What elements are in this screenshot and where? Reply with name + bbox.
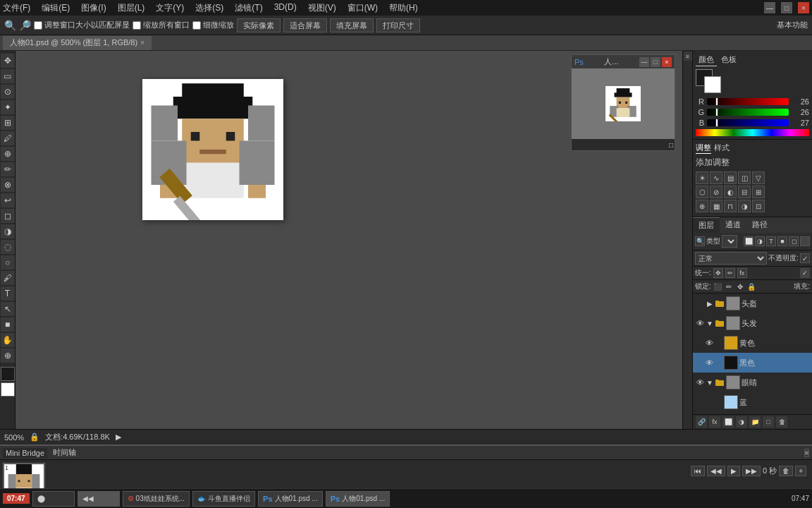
layer-adj-icon[interactable]: ◑ <box>736 416 747 428</box>
b-slider[interactable] <box>707 119 789 126</box>
background-color[interactable] <box>704 76 721 93</box>
filter-smart-icon[interactable]: ◻ <box>789 236 799 246</box>
layer-visibility-eyes[interactable]: 👁 <box>695 377 705 387</box>
stamp-tool[interactable]: ⊗ <box>1 178 15 192</box>
eyedropper-tool[interactable]: 🖊 <box>1 131 15 145</box>
tab-close-icon[interactable]: × <box>140 39 144 47</box>
layer-link-icon[interactable]: 🔗 <box>696 416 707 428</box>
filter-search-icon[interactable]: 🔍 <box>695 236 705 246</box>
tab-swatches[interactable]: 色板 <box>718 54 739 66</box>
play-button[interactable]: ▶ <box>727 466 740 476</box>
layer-visibility-blue[interactable] <box>704 397 714 407</box>
navigator-maximize[interactable]: □ <box>651 57 660 67</box>
zoom-all-checkbox[interactable]: 缩放所有窗口 <box>133 20 190 30</box>
menu-file[interactable]: 文件(F) <box>3 2 30 14</box>
magic-wand-tool[interactable]: ✦ <box>1 100 15 114</box>
go-to-prev-frame-button[interactable]: ◀◀ <box>707 466 725 476</box>
foreground-color-swatch[interactable] <box>1 367 15 381</box>
fit-screen-button[interactable]: 适合屏幕 <box>283 18 327 32</box>
layer-item-eyes[interactable]: 👁 ▼ 眼睛 <box>693 373 812 392</box>
unify-brush-icon[interactable]: ✏ <box>725 268 735 278</box>
filter-toggle-switch[interactable] <box>800 236 810 246</box>
photofilter-adj-icon[interactable]: ⊟ <box>738 186 751 198</box>
tab-mini-bridge[interactable]: Mini Bridge <box>3 448 47 458</box>
menu-window[interactable]: 窗口(W) <box>347 2 378 14</box>
minimize-button[interactable]: — <box>764 2 775 13</box>
document-tab[interactable]: 人物01.psd @ 500% (图层 1, RGB/8) × <box>3 36 152 50</box>
taskbar-app-fishlive[interactable]: 🐟 斗鱼直播伴侣 <box>192 491 255 507</box>
menu-edit[interactable]: 编辑(E) <box>42 2 70 14</box>
background-color-swatch[interactable] <box>1 382 15 397</box>
panel-toggle-icon[interactable]: ≡ <box>684 52 692 61</box>
taskbar-app-ps1[interactable]: Ps 人物01.psd ... <box>258 491 323 507</box>
filter-pixel-icon[interactable]: ⬜ <box>744 236 753 246</box>
unify-toggle[interactable]: ✓ <box>800 268 810 278</box>
unify-fx-icon[interactable]: fx <box>737 268 747 278</box>
zoom-tool[interactable]: ⊕ <box>1 349 15 363</box>
r-slider[interactable] <box>707 98 789 105</box>
brightness-adj-icon[interactable]: ☀ <box>696 171 708 184</box>
exposure-adj-icon[interactable]: ◫ <box>738 171 751 184</box>
tab-styles[interactable]: 样式 <box>714 143 730 154</box>
crop-tool[interactable]: ⊞ <box>1 116 15 130</box>
text-tool[interactable]: T <box>1 286 15 301</box>
layer-item-hair[interactable]: 👁 ▼ 头发 <box>693 313 812 333</box>
move-tool[interactable]: ✥ <box>1 54 15 68</box>
menu-view[interactable]: 视图(V) <box>308 2 336 14</box>
layer-visibility-black[interactable]: 👁 <box>704 358 714 368</box>
filter-type-select[interactable] <box>722 235 737 248</box>
bw-adj-icon[interactable]: ◐ <box>724 186 737 198</box>
gradientmap-adj-icon[interactable]: ◑ <box>738 200 751 212</box>
menu-layer[interactable]: 图层(L) <box>118 2 145 14</box>
menu-3d[interactable]: 3D(D) <box>274 2 297 14</box>
layer-visibility-helmet[interactable] <box>695 298 705 308</box>
go-to-first-frame-button[interactable]: ⏮ <box>691 466 705 476</box>
menu-filter[interactable]: 滤镜(T) <box>235 2 262 14</box>
layer-folder-icon[interactable]: 📁 <box>749 416 761 428</box>
taskbar-app-paper-doll[interactable]: ⚙ 03纸娃娃系统... <box>123 491 190 507</box>
layer-item-black[interactable]: 👁 黑色 <box>693 353 812 373</box>
menu-help[interactable]: 帮助(H) <box>389 2 418 14</box>
search-icon[interactable]: 🔍 <box>4 20 16 31</box>
layer-visibility-yellow[interactable]: 👁 <box>704 338 714 348</box>
layer-fx-icon[interactable]: fx <box>709 416 720 428</box>
layer-expand-eyes[interactable]: ▼ <box>706 377 713 387</box>
shape-tool[interactable]: ■ <box>1 318 15 332</box>
posterize-adj-icon[interactable]: ▦ <box>710 200 722 212</box>
selective-adj-icon[interactable]: ⊡ <box>752 200 765 212</box>
filter-type-icon[interactable]: T <box>766 236 776 246</box>
hand-tool[interactable]: ✋ <box>1 333 15 347</box>
filter-shape-icon[interactable]: ■ <box>777 236 787 246</box>
vibrance-adj-icon[interactable]: ▽ <box>752 171 765 184</box>
tab-paths[interactable]: 路径 <box>746 217 773 233</box>
lock-all-icon[interactable]: 🔒 <box>746 282 756 291</box>
scrubby-zoom-checkbox[interactable]: 细微缩放 <box>192 20 234 30</box>
tab-layers[interactable]: 图层 <box>693 217 720 233</box>
heal-tool[interactable]: ⊕ <box>1 147 15 161</box>
close-button[interactable]: × <box>798 2 809 13</box>
levels-adj-icon[interactable]: ▤ <box>724 171 737 184</box>
tab-adjustments[interactable]: 调整 <box>696 143 711 154</box>
layer-item-helmet[interactable]: ▶ 头盔 <box>693 294 812 313</box>
opacity-checkmark[interactable]: ✓ <box>800 253 810 263</box>
dodge-tool[interactable]: ○ <box>1 255 15 270</box>
print-size-button[interactable]: 打印尺寸 <box>376 18 420 32</box>
navigator-close[interactable]: × <box>662 57 672 67</box>
invert-adj-icon[interactable]: ⊕ <box>696 200 708 212</box>
tab-color[interactable]: 颜色 <box>696 54 717 66</box>
actual-pixels-button[interactable]: 实际像素 <box>237 18 281 32</box>
tab-timeline[interactable]: 时间轴 <box>50 447 79 459</box>
eraser-tool[interactable]: ◻ <box>1 209 15 223</box>
taskbar-app-divider[interactable]: ⬤ <box>32 491 75 507</box>
delete-frame-button[interactable]: 🗑 <box>779 466 793 476</box>
lasso-tool[interactable]: ⊙ <box>1 85 15 99</box>
menu-select[interactable]: 选择(S) <box>195 2 223 14</box>
lock-checkerboard-icon[interactable]: ⬛ <box>713 282 722 291</box>
new-frame-button[interactable]: + <box>795 466 806 476</box>
taskbar-prev-button[interactable]: ◀◀ <box>78 491 120 507</box>
layer-item-blue[interactable]: 蓝 <box>693 392 812 412</box>
layer-expand-hair[interactable]: ▼ <box>706 318 713 328</box>
history-brush-tool[interactable]: ↩ <box>1 193 15 207</box>
layer-expand-helmet[interactable]: ▶ <box>706 298 713 308</box>
menu-image[interactable]: 图像(I) <box>81 2 106 14</box>
